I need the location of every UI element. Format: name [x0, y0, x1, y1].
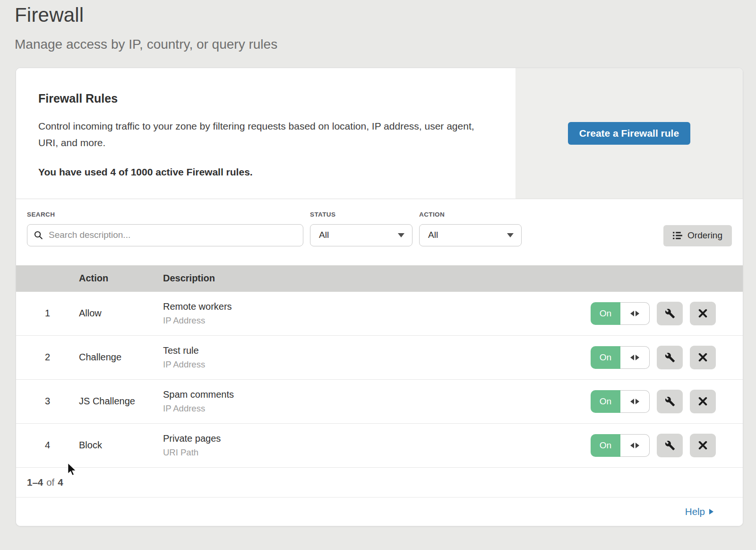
rule-action: Block	[79, 440, 163, 451]
toggle-on-state[interactable]: On	[591, 346, 620, 369]
firewall-rules-card: Firewall Rules Control incoming traffic …	[16, 68, 743, 526]
pagination: 1–4 of 4	[16, 468, 743, 498]
toggle-move-handle[interactable]	[620, 346, 650, 369]
rule-priority: 3	[16, 396, 79, 407]
rule-description-cell: Private pages URI Path	[163, 433, 591, 458]
filters-section: SEARCH STATUS All ACTION All	[16, 199, 743, 265]
rule-match-type: IP Address	[163, 359, 591, 370]
rule-controls: On	[591, 434, 743, 457]
action-select[interactable]: All	[419, 224, 522, 246]
status-select[interactable]: All	[310, 224, 412, 246]
toggle-move-handle[interactable]	[620, 302, 650, 325]
rule-match-type: IP Address	[163, 315, 591, 326]
status-select-value: All	[319, 230, 329, 240]
toggle-move-handle[interactable]	[620, 390, 650, 413]
help-link[interactable]: Help	[685, 506, 713, 517]
close-icon	[698, 353, 707, 362]
rule-description: Remote workers	[163, 301, 591, 312]
rule-controls: On	[591, 390, 743, 413]
ordering-button-label: Ordering	[687, 230, 722, 241]
delete-rule-button[interactable]	[690, 302, 716, 325]
action-column-header: Action	[79, 273, 163, 284]
pagination-range: 1–4	[27, 477, 43, 488]
arrow-left-icon	[630, 443, 634, 448]
action-label: ACTION	[419, 211, 522, 218]
toggle-move-handle[interactable]	[620, 434, 650, 457]
intro-text-panel: Firewall Rules Control incoming traffic …	[16, 68, 515, 199]
page-subtitle: Manage access by IP, country, or query r…	[15, 37, 756, 52]
card-footer: Help	[16, 498, 743, 526]
search-icon	[34, 230, 43, 240]
rule-description: Private pages	[163, 433, 591, 444]
arrow-right-icon	[636, 443, 639, 448]
ordered-list-icon	[673, 232, 682, 239]
rule-action: Allow	[79, 308, 163, 319]
arrow-left-icon	[630, 355, 634, 360]
arrow-right-icon	[636, 399, 639, 404]
close-icon	[698, 309, 707, 318]
action-filter: ACTION All	[419, 211, 522, 246]
page-header: Firewall Manage access by IP, country, o…	[0, 0, 756, 52]
arrow-left-icon	[630, 311, 634, 316]
section-title: Firewall Rules	[38, 92, 490, 105]
arrow-right-icon	[709, 509, 713, 515]
edit-rule-button[interactable]	[657, 302, 683, 325]
rule-action: JS Challenge	[79, 396, 163, 407]
toggle-on-state[interactable]: On	[591, 390, 620, 413]
create-firewall-rule-button[interactable]: Create a Firewall rule	[568, 122, 690, 145]
wrench-icon	[665, 308, 675, 319]
rule-enable-toggle: On	[591, 302, 650, 325]
rule-controls: On	[591, 302, 743, 325]
rule-description: Test rule	[163, 345, 591, 356]
close-icon	[698, 441, 707, 450]
search-label: SEARCH	[27, 211, 303, 218]
toggle-on-state[interactable]: On	[591, 434, 620, 457]
rule-match-type: URI Path	[163, 447, 591, 458]
rule-match-type: IP Address	[163, 403, 591, 414]
page-title: Firewall	[15, 4, 756, 26]
intro-section: Firewall Rules Control incoming traffic …	[16, 68, 743, 199]
arrow-right-icon	[636, 355, 639, 360]
table-row: 2 Challenge Test rule IP Address On	[16, 336, 743, 380]
search-input-wrap	[27, 224, 303, 246]
usage-text: You have used 4 of 1000 active Firewall …	[38, 166, 490, 178]
delete-rule-button[interactable]	[690, 434, 716, 457]
table-row: 1 Allow Remote workers IP Address On	[16, 292, 743, 336]
pagination-total: 4	[58, 477, 63, 488]
pagination-of-label: of	[46, 477, 54, 488]
rule-description-cell: Test rule IP Address	[163, 345, 591, 370]
search-input[interactable]	[27, 224, 303, 246]
rule-priority: 4	[16, 440, 79, 451]
rule-enable-toggle: On	[591, 390, 650, 413]
arrow-left-icon	[630, 399, 634, 404]
rule-priority: 2	[16, 352, 79, 363]
wrench-icon	[665, 440, 675, 451]
close-icon	[698, 397, 707, 406]
chevron-down-icon	[507, 233, 514, 237]
wrench-icon	[665, 396, 675, 407]
search-filter: SEARCH	[27, 211, 303, 246]
create-rule-panel: Create a Firewall rule	[515, 68, 743, 199]
rule-action: Challenge	[79, 352, 163, 363]
rule-priority: 1	[16, 308, 79, 319]
delete-rule-button[interactable]	[690, 346, 716, 369]
ordering-button[interactable]: Ordering	[663, 225, 732, 246]
rule-controls: On	[591, 346, 743, 369]
delete-rule-button[interactable]	[690, 390, 716, 413]
wrench-icon	[665, 352, 675, 363]
table-header: Action Description	[16, 265, 743, 292]
rule-description: Spam comments	[163, 389, 591, 400]
rule-description-cell: Spam comments IP Address	[163, 389, 591, 414]
status-label: STATUS	[310, 211, 412, 218]
table-row: 4 Block Private pages URI Path On	[16, 424, 743, 468]
help-link-label: Help	[685, 506, 705, 517]
description-column-header: Description	[163, 273, 743, 284]
section-description: Control incoming traffic to your zone by…	[38, 118, 490, 151]
toggle-on-state[interactable]: On	[591, 302, 620, 325]
edit-rule-button[interactable]	[657, 346, 683, 369]
rule-description-cell: Remote workers IP Address	[163, 301, 591, 326]
arrow-right-icon	[636, 311, 639, 316]
chevron-down-icon	[398, 233, 404, 237]
edit-rule-button[interactable]	[657, 434, 683, 457]
edit-rule-button[interactable]	[657, 390, 683, 413]
